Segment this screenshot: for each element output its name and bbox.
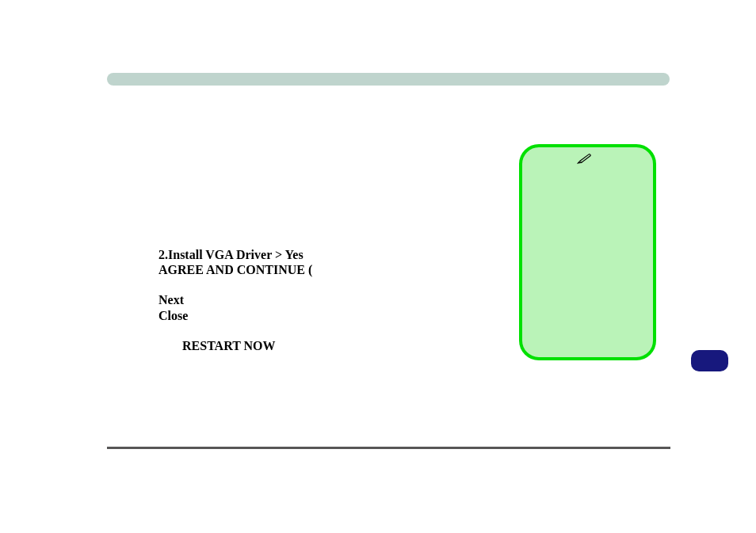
instruction-line-2: AGREE AND CONTINUE ( bbox=[158, 262, 312, 277]
instruction-block: 2.Install VGA Driver > Yes AGREE AND CON… bbox=[158, 247, 312, 353]
header-bar bbox=[107, 73, 670, 86]
page-indicator bbox=[691, 350, 728, 371]
instruction-line-5: RESTART NOW bbox=[158, 338, 312, 353]
instruction-line-4: Close bbox=[158, 308, 312, 323]
instruction-line-1: 2.Install VGA Driver > Yes bbox=[158, 247, 312, 262]
note-panel bbox=[519, 144, 656, 360]
footer-divider bbox=[107, 447, 670, 449]
instruction-line-3: Next bbox=[158, 292, 312, 307]
